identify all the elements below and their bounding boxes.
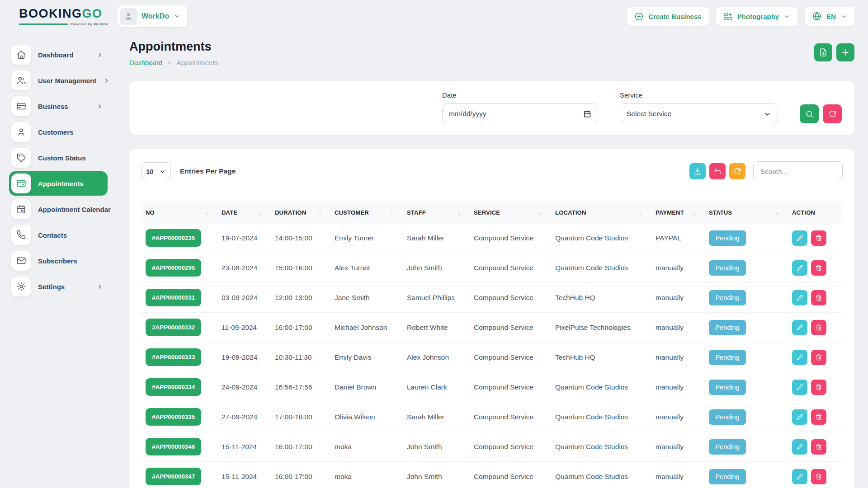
pencil-icon: [796, 324, 803, 331]
sidebar-item-user-management[interactable]: User Management: [9, 68, 108, 93]
column-header-staff[interactable]: STAFF↑↓: [402, 202, 469, 223]
cell-location: Quantum Code Studios: [551, 462, 651, 488]
status-badge: Pending: [709, 469, 746, 484]
workspace-switcher[interactable]: WorkDo: [118, 5, 187, 27]
service-selected-value: Select Service: [627, 110, 671, 118]
download-button[interactable]: [689, 163, 706, 179]
cell-date: 15-11-2024: [217, 462, 270, 488]
column-header-customer[interactable]: CUSTOMER↑↓: [330, 202, 402, 223]
appointment-no-badge[interactable]: #APP00000334: [146, 378, 201, 396]
sidebar-item-settings[interactable]: Settings: [9, 274, 108, 299]
sidebar-item-customers[interactable]: Customers: [9, 120, 108, 144]
column-header-payment[interactable]: PAYMENT↑↓: [651, 202, 704, 223]
pencil-icon: [796, 473, 803, 480]
service-label: Service: [620, 91, 778, 99]
column-header-no[interactable]: NO↑↓: [141, 202, 217, 223]
edit-button[interactable]: [792, 380, 807, 395]
column-header-duration[interactable]: DURATION↑↓: [270, 202, 330, 223]
column-header-status[interactable]: STATUS↑↓: [704, 202, 788, 223]
row-actions: [792, 260, 838, 276]
business-type-dropdown[interactable]: Photography: [716, 7, 798, 26]
sidebar-item-appointment-calendar[interactable]: Appointment Calendar: [9, 197, 108, 221]
export-button[interactable]: [814, 43, 832, 61]
calendar-icon[interactable]: [583, 110, 591, 118]
edit-button[interactable]: [792, 320, 807, 335]
cell-date: 23-08-2024: [217, 253, 270, 283]
edit-button[interactable]: [792, 290, 807, 305]
edit-button[interactable]: [792, 260, 807, 276]
appointment-no-badge[interactable]: #APP00000346: [146, 438, 201, 455]
column-label: LOCATION: [555, 209, 586, 216]
delete-button[interactable]: [811, 409, 826, 425]
filter-search-button[interactable]: [800, 104, 819, 123]
appointment-no-badge[interactable]: #APP00000333: [146, 348, 201, 366]
sidebar-item-label: Custom Status: [38, 154, 103, 162]
delete-button[interactable]: [811, 380, 826, 395]
status-badge: Pending: [709, 290, 746, 305]
table-row: #APP00000334 24-09-2024 16:56-17:56 Dani…: [141, 372, 843, 402]
sidebar-item-business[interactable]: Business: [9, 94, 108, 118]
sidebar-item-subscribers[interactable]: Subscribers: [9, 249, 108, 273]
filter-reset-button[interactable]: [823, 104, 842, 123]
column-header-service[interactable]: SERVICE↑↓: [469, 202, 551, 223]
sidebar-item-label: Appointments: [38, 180, 103, 188]
sort-icon: ↑↓: [390, 210, 398, 216]
cell-staff: Alex Johnson: [402, 343, 469, 372]
appointment-no-badge[interactable]: #APP00000347: [146, 468, 201, 485]
appointment-no-badge[interactable]: #APP00000335: [146, 408, 201, 426]
refresh-icon: [733, 167, 741, 175]
trash-icon: [815, 473, 822, 480]
column-header-location[interactable]: LOCATION↑↓: [551, 202, 651, 223]
edit-button[interactable]: [792, 350, 807, 365]
sidebar-item-appointments[interactable]: Appointments: [9, 171, 108, 196]
cell-payment: PAYPAL: [651, 223, 704, 253]
service-select[interactable]: Select Service: [620, 103, 778, 124]
delete-button[interactable]: [811, 439, 826, 455]
delete-button[interactable]: [811, 290, 826, 305]
edit-button[interactable]: [792, 439, 807, 455]
row-actions: [792, 320, 838, 335]
cell-customer: Emily Davis: [330, 343, 402, 372]
appointment-no-badge[interactable]: #APP00000331: [146, 289, 201, 306]
create-business-button[interactable]: Create Business: [627, 7, 709, 26]
sidebar-item-dashboard[interactable]: Dashboard: [9, 42, 108, 67]
column-header-action: ACTION: [788, 202, 843, 223]
chevron-right-icon: [96, 103, 103, 110]
delete-button[interactable]: [811, 469, 826, 484]
cell-service: Compound Service: [469, 253, 551, 283]
appointment-no-badge[interactable]: #APP00000235: [146, 229, 201, 247]
cell-date: 19-07-2024: [217, 223, 270, 253]
sidebar-item-contacts[interactable]: Contacts: [9, 223, 108, 247]
undo-button[interactable]: [709, 163, 726, 179]
entries-per-page-select[interactable]: 10: [141, 162, 171, 180]
top-bar: BOOKINGGO Powered by WorkDo WorkDo Creat: [0, 0, 868, 29]
sidebar-item-custom-status[interactable]: Custom Status: [9, 145, 108, 170]
row-actions: [792, 469, 838, 484]
appointment-no-badge[interactable]: #APP00000295: [146, 259, 201, 277]
edit-button[interactable]: [792, 469, 807, 484]
breadcrumb-dashboard-link[interactable]: Dashboard: [129, 59, 162, 66]
row-actions: [792, 290, 838, 305]
cell-service: Compound Service: [469, 372, 551, 402]
card-icon: [11, 174, 31, 193]
trash-icon: [815, 235, 822, 242]
delete-button[interactable]: [811, 320, 826, 335]
delete-button[interactable]: [811, 230, 826, 246]
column-header-date[interactable]: DATE↑↓: [217, 202, 270, 223]
edit-button[interactable]: [792, 409, 807, 425]
table-search-input[interactable]: [753, 161, 843, 181]
add-appointment-button[interactable]: [836, 43, 854, 61]
delete-button[interactable]: [811, 350, 826, 365]
brand-logo[interactable]: BOOKINGGO Powered by WorkDo: [19, 7, 108, 26]
phone-icon: [11, 225, 31, 245]
create-business-label: Create Business: [648, 13, 702, 20]
chevron-down-icon: [840, 13, 847, 20]
brand-underline: [19, 23, 68, 25]
refresh-button[interactable]: [729, 163, 745, 179]
language-dropdown[interactable]: EN: [805, 7, 854, 26]
edit-button[interactable]: [792, 230, 807, 246]
delete-button[interactable]: [811, 260, 826, 276]
appointment-no-badge[interactable]: #APP00000332: [146, 319, 201, 336]
column-label: CUSTOMER: [335, 209, 369, 216]
date-input[interactable]: mm/dd/yyyy: [442, 103, 598, 124]
